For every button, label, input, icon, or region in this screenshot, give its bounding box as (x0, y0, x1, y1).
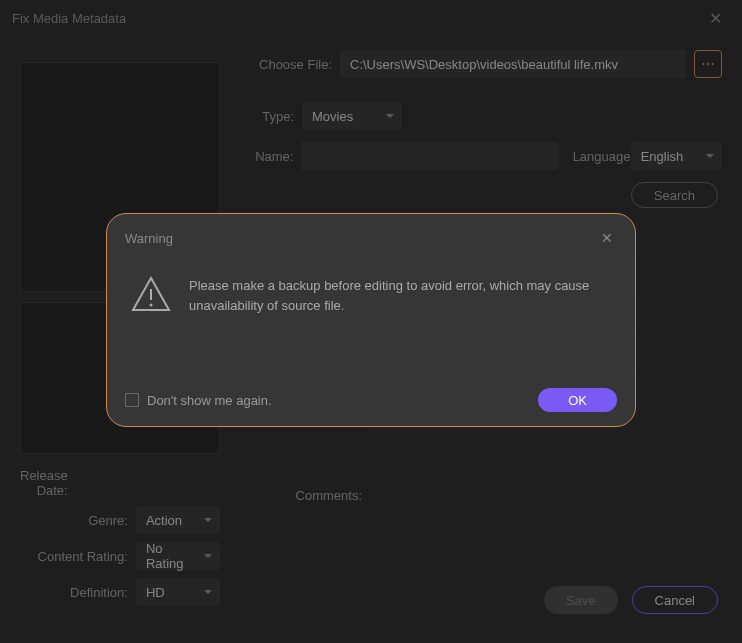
dialog-message: Please make a backup before editing to a… (189, 276, 611, 315)
dialog-title: Warning (125, 231, 173, 246)
dont-show-label: Don't show me again. (147, 393, 272, 408)
warning-dialog: Warning ✕ Please make a backup before ed… (106, 213, 636, 427)
warning-triangle-icon (131, 276, 171, 312)
dont-show-again[interactable]: Don't show me again. (125, 393, 272, 408)
ok-button[interactable]: OK (538, 388, 617, 412)
svg-point-1 (150, 304, 153, 307)
checkbox-icon (125, 393, 139, 407)
dialog-close-icon[interactable]: ✕ (597, 228, 617, 248)
dialog-header: Warning ✕ (125, 228, 617, 248)
dialog-footer: Don't show me again. OK (125, 388, 617, 412)
main-window: Fix Media Metadata ✕ Choose File: ⋯ Type… (0, 0, 742, 643)
dialog-body: Please make a backup before editing to a… (125, 276, 617, 315)
